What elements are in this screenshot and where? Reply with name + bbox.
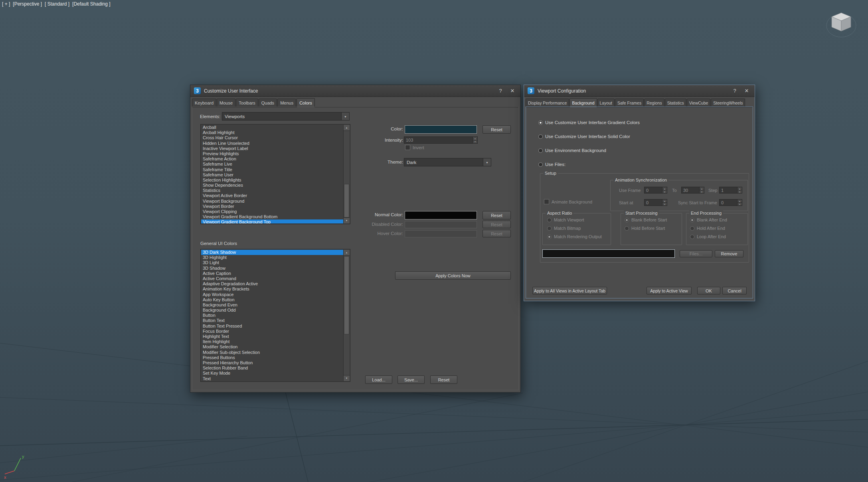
start-at-spinner[interactable]: 0: [644, 199, 667, 206]
scrollbar[interactable]: [343, 125, 350, 223]
spinner-arrows[interactable]: [662, 200, 667, 205]
background-source-radio[interactable]: Use Files:: [538, 162, 640, 167]
tab[interactable]: Regions: [644, 99, 664, 107]
general-ui-color-item[interactable]: Modifier Sub-object Selection: [201, 350, 343, 355]
spinner-down-icon[interactable]: [662, 203, 667, 205]
general-ui-color-item[interactable]: Background Odd: [201, 308, 343, 313]
spinner-arrows[interactable]: [473, 137, 477, 143]
tab[interactable]: ViewCube: [687, 99, 711, 107]
reset-button[interactable]: Reset: [430, 375, 457, 384]
invert-checkbox[interactable]: [405, 145, 410, 150]
background-source-radio[interactable]: Use Customize User Interface Solid Color: [538, 134, 640, 139]
spinner-arrows[interactable]: [662, 187, 667, 193]
sync-start-spinner[interactable]: 0: [719, 199, 742, 206]
start-processing-radio[interactable]: Hold Before Start: [625, 225, 667, 231]
viewport-element-item[interactable]: Inactive Viewport Label: [201, 146, 343, 151]
viewport-element-item[interactable]: Safeframe Action: [201, 156, 343, 162]
spinner-up-icon[interactable]: [738, 200, 742, 203]
spinner-down-icon[interactable]: [738, 203, 742, 205]
tab[interactable]: Mouse: [217, 99, 235, 107]
tab[interactable]: Quads: [259, 99, 277, 107]
general-ui-color-item[interactable]: Active Caption: [201, 271, 343, 276]
viewport-element-item[interactable]: Viewport Gradient Background Top: [201, 219, 343, 223]
color-swatch[interactable]: [405, 125, 477, 134]
aspect-ratio-radio[interactable]: Match Viewport: [547, 217, 602, 223]
viewport-element-item[interactable]: Arcball: [201, 125, 343, 130]
reset-color-button[interactable]: Reset: [482, 125, 511, 134]
remove-button[interactable]: Remove: [715, 250, 743, 257]
viewport-element-item[interactable]: Viewport Active Border: [201, 193, 343, 198]
spinner-down-icon[interactable]: [700, 190, 704, 193]
viewport-menu-item[interactable]: [Perspective ]: [13, 1, 42, 7]
viewport-element-item[interactable]: Selection Highlights: [201, 178, 343, 183]
general-ui-color-item[interactable]: Text: [201, 376, 343, 381]
aspect-ratio-radio[interactable]: Match Bitmap: [547, 225, 602, 231]
cancel-button[interactable]: Cancel: [722, 287, 747, 294]
viewport-element-item[interactable]: Safeframe Live: [201, 162, 343, 167]
viewcube[interactable]: [825, 7, 857, 41]
apply-all-views-button[interactable]: Apply to All Views in Active Layout Tab: [532, 287, 607, 294]
viewport-element-item[interactable]: Viewport Border: [201, 204, 343, 209]
general-ui-color-item[interactable]: Pressed Hierarchy Button: [201, 360, 343, 365]
intensity-spinner[interactable]: 103: [404, 136, 478, 144]
apply-colors-now-button[interactable]: Apply Colors Now: [395, 271, 511, 280]
tab[interactable]: Colors: [297, 98, 315, 107]
tab[interactable]: Statistics: [665, 99, 686, 107]
tab[interactable]: Keyboard: [192, 99, 216, 107]
viewport-menu-item[interactable]: [ Standard ]: [45, 1, 69, 7]
scroll-thumb[interactable]: [344, 256, 349, 334]
tab[interactable]: Layout: [597, 99, 615, 107]
general-ui-color-item[interactable]: Background Even: [201, 302, 343, 308]
general-ui-color-item[interactable]: Adaptive Degradation Active: [201, 281, 343, 286]
use-frame-spinner[interactable]: 0: [644, 187, 667, 194]
close-button[interactable]: ✕: [508, 88, 517, 94]
general-ui-color-item[interactable]: Button Text Pressed: [201, 324, 343, 329]
general-ui-color-item[interactable]: 3D Dark Shadow: [201, 250, 343, 255]
viewport-element-item[interactable]: Hidden Line Unselected: [201, 141, 343, 146]
viewport-menu-item[interactable]: [ + ]: [2, 1, 10, 7]
normal-color-swatch[interactable]: [405, 211, 477, 219]
general-ui-color-item[interactable]: App Workspace: [201, 292, 343, 297]
scroll-up-icon[interactable]: [344, 250, 350, 256]
scrollbar[interactable]: [343, 250, 350, 381]
general-ui-color-item[interactable]: Selection Rubber Band: [201, 365, 343, 371]
animate-background-checkbox[interactable]: [544, 199, 549, 204]
scroll-down-icon[interactable]: [344, 217, 350, 223]
spinner-arrows[interactable]: [699, 187, 704, 193]
viewport-element-item[interactable]: Preview Highlights: [201, 151, 343, 156]
general-ui-color-item[interactable]: Button Text: [201, 318, 343, 323]
animate-background-checkbox-row[interactable]: Animate Background: [544, 199, 592, 204]
invert-checkbox-row[interactable]: Invert: [405, 145, 424, 150]
ok-button[interactable]: OK: [697, 287, 720, 294]
step-spinner[interactable]: 1: [719, 187, 742, 194]
background-source-radio[interactable]: Use Environment Background: [538, 148, 640, 153]
start-processing-radio[interactable]: Blank Before Start: [625, 217, 667, 223]
general-ui-color-item[interactable]: 3D Light: [201, 260, 343, 265]
general-ui-color-item[interactable]: Set Key Mode: [201, 371, 343, 376]
viewport-menu-item[interactable]: [Default Shading ]: [72, 1, 110, 7]
general-ui-color-item[interactable]: Animation Key Brackets: [201, 286, 343, 292]
reset-normal-color-button[interactable]: Reset: [482, 211, 511, 219]
tab[interactable]: Background: [569, 98, 597, 107]
general-ui-color-item[interactable]: Active Command: [201, 276, 343, 281]
tab[interactable]: Safe Frames: [615, 99, 644, 107]
elements-dropdown[interactable]: Viewports: [222, 112, 350, 120]
cui-titlebar[interactable]: 3 Customize User Interface ? ✕: [190, 85, 520, 97]
general-ui-color-item[interactable]: Auto Key Button: [201, 297, 343, 302]
end-processing-radio[interactable]: Blank After End: [690, 217, 727, 223]
load-button[interactable]: Load...: [365, 375, 392, 384]
viewport-element-item[interactable]: Safeframe User: [201, 172, 343, 178]
scroll-down-icon[interactable]: [344, 375, 350, 381]
help-button[interactable]: ?: [496, 88, 505, 94]
general-ui-color-item[interactable]: Pressed Buttons: [201, 355, 343, 360]
theme-dropdown[interactable]: Dark: [404, 158, 491, 166]
end-processing-radio[interactable]: Loop After End: [690, 234, 727, 239]
aspect-ratio-radio[interactable]: Match Rendering Output: [547, 234, 602, 239]
close-button[interactable]: ✕: [742, 88, 751, 94]
viewport-element-item[interactable]: Safeframe Title: [201, 167, 343, 172]
general-ui-color-item[interactable]: 3D Shadow: [201, 266, 343, 271]
spinner-down-icon[interactable]: [662, 190, 667, 193]
general-ui-color-item[interactable]: Button: [201, 313, 343, 318]
viewport-element-item[interactable]: Viewport Background: [201, 199, 343, 204]
spinner-up-icon[interactable]: [473, 137, 477, 140]
